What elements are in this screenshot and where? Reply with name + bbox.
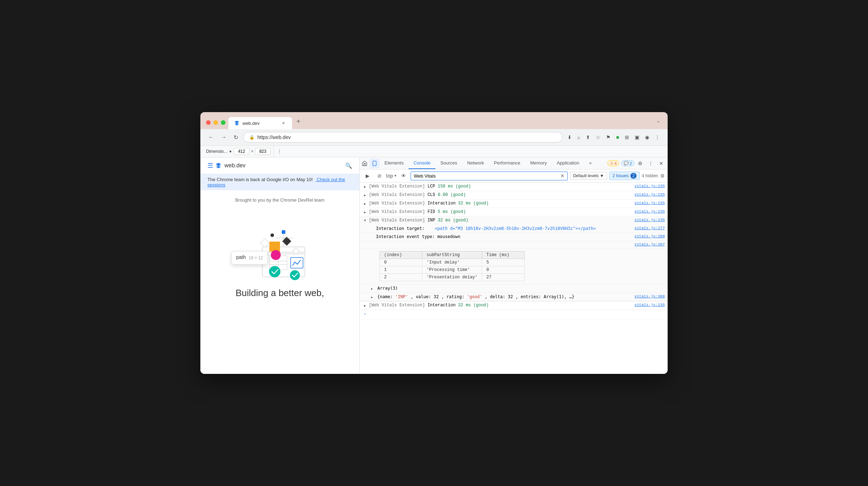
console-settings-button[interactable]: ⚙ [660, 173, 665, 179]
devtools-close-btn[interactable]: ✕ [656, 158, 666, 168]
eye-button[interactable]: 👁 [399, 171, 409, 181]
window-more-button[interactable]: ⌄ [655, 116, 662, 125]
profile-button[interactable]: ◉ [643, 132, 651, 142]
tab-memory[interactable]: Memory [525, 157, 552, 169]
minimize-button[interactable] [213, 120, 218, 125]
file-ref-interaction-1[interactable]: vitals.js:235 [634, 201, 665, 205]
expand-toggle-inp[interactable] [362, 218, 367, 223]
object-value-val: 32 [434, 294, 439, 299]
tab-memory-label: Memory [530, 160, 547, 166]
address-bar[interactable]: 🔒 https://web.dev [243, 132, 563, 143]
object-delta-label: , delta: [485, 294, 508, 299]
tab-title: web.dev [242, 121, 259, 126]
tab-console[interactable]: Console [409, 157, 435, 169]
tab-network-label: Network [467, 160, 484, 166]
file-ref-interaction-2[interactable]: vitals.js:235 [634, 303, 665, 307]
dimension-separator: × [251, 149, 253, 154]
rating-cls: (good) [450, 192, 466, 197]
console-filter-wrapper[interactable]: Web Vitals ✕ [411, 172, 568, 180]
expand-toggle-array[interactable] [370, 286, 375, 291]
new-tab-button[interactable]: + [293, 116, 303, 129]
forward-button[interactable]: → [219, 133, 229, 142]
metric-interaction-1: Interaction [428, 201, 458, 206]
table-cell-1-subpart: 'Processing time' [422, 266, 482, 274]
expand-toggle-interaction-2[interactable] [362, 303, 367, 308]
webpage-illustration [241, 210, 319, 280]
search-icon[interactable]: 🔍 [345, 162, 352, 169]
tab-sources[interactable]: Sources [435, 157, 462, 169]
metric-interaction-2: Interaction [428, 303, 458, 308]
tab-close-button[interactable]: ✕ [280, 120, 286, 126]
expand-toggle-lcp[interactable] [362, 184, 367, 189]
table-row-0: 0 'Input delay' 5 [380, 259, 525, 266]
flag-button[interactable]: ⚑ [604, 132, 613, 142]
value-lcp: 158 ms [438, 184, 455, 189]
devtools-settings-btn[interactable]: ⚙ [635, 158, 645, 168]
expand-toggle-object[interactable] [370, 295, 375, 300]
tabs-area: web.dev ✕ + ⌄ [228, 116, 662, 129]
menu-button[interactable]: ⋮ [653, 132, 662, 142]
tab-network[interactable]: Network [462, 157, 489, 169]
active-tab[interactable]: web.dev ✕ [228, 117, 292, 129]
tab-performance[interactable]: Performance [489, 157, 525, 169]
devtools-more-btn[interactable]: ⋮ [646, 158, 656, 168]
back-button[interactable]: ← [206, 133, 216, 142]
star-button[interactable]: ☆ [594, 132, 603, 142]
sidebar-button[interactable]: ▣ [633, 132, 641, 142]
file-ref-cls[interactable]: vitals.js:235 [634, 192, 665, 197]
context-selector[interactable]: top ▼ [387, 171, 396, 181]
table-cell-2-time: 27 [482, 274, 525, 281]
filter-clear-button[interactable]: ✕ [560, 173, 565, 178]
warning-count: 4 [615, 161, 617, 166]
tab-elements[interactable]: Elements [379, 157, 409, 169]
download-button[interactable]: ⬇ [565, 132, 574, 142]
inp-table-container: (index) subPartString Time (ms) 0 'Input… [360, 248, 668, 284]
console-prompt-space[interactable] [369, 311, 665, 318]
zoom-button[interactable]: ⌕ [575, 132, 582, 142]
close-button[interactable] [206, 120, 211, 125]
device-toggle-btn[interactable] [370, 158, 379, 168]
levels-button[interactable]: Default levels ▼ [570, 172, 607, 180]
tab-more[interactable]: » [584, 157, 596, 169]
stop-button[interactable]: ⊘ [375, 171, 384, 181]
file-ref-lcp[interactable]: vitals.js:235 [634, 184, 665, 188]
interaction-event-value: mousedown [437, 234, 460, 239]
file-ref-event[interactable]: vitals.js:280 [634, 234, 665, 238]
metric-lcp: LCP [428, 184, 438, 189]
file-ref-inp[interactable]: vitals.js:235 [634, 218, 665, 222]
extensions-button[interactable]: ⊞ [623, 132, 631, 142]
share-button[interactable]: ⬆ [584, 132, 592, 142]
metric-cls: CLS [428, 192, 438, 197]
entry-content-inp: [Web Vitals Extension] INP 32 ms (good) [369, 218, 665, 223]
expand-toggle-cls[interactable] [362, 193, 367, 198]
execute-button[interactable]: ▶ [362, 171, 372, 181]
rating-fid: (good) [450, 209, 466, 214]
table-cell-2-index: 2 [380, 274, 422, 281]
width-input[interactable] [234, 148, 250, 155]
tab-application[interactable]: Application [552, 157, 584, 169]
inp-detail-event: Interaction event type: mousedown vitals… [360, 233, 668, 241]
value-inp: 32 ms [438, 218, 453, 223]
file-ref-fid[interactable]: vitals.js:235 [634, 209, 665, 214]
expand-toggle-interaction-1[interactable] [362, 201, 367, 206]
metric-fid: FID [428, 209, 438, 214]
warning-badge[interactable]: ⚠ 4 [607, 160, 619, 166]
file-ref-empty[interactable]: vitals.js:287 [634, 242, 665, 247]
metric-inp: INP [428, 218, 438, 223]
browser-window: web.dev ✕ + ⌄ ← → ↻ 🔒 https://web.dev ⬇ … [200, 112, 668, 374]
issues-button[interactable]: 2 Issues: 2 [609, 172, 640, 180]
file-ref-object[interactable]: vitals.js:308 [634, 294, 665, 299]
expand-toggle-fid[interactable] [362, 210, 367, 215]
content-area: ☰ web.dev 🔍 path 18 × 12 The Chrome team… [200, 157, 668, 374]
height-input[interactable] [255, 148, 271, 155]
info-badge[interactable]: 💬 2 [621, 160, 634, 166]
file-ref-target[interactable]: vitals.js:277 [634, 226, 665, 230]
devtools-bar-more-icon[interactable]: ⋮ [274, 147, 285, 156]
inp-array: Array(3) [360, 284, 668, 293]
levels-arrow-icon: ▼ [600, 173, 604, 178]
green-button[interactable]: ■ [614, 132, 621, 142]
inspect-icon-btn[interactable] [360, 158, 370, 168]
maximize-button[interactable] [221, 120, 225, 125]
reload-button[interactable]: ↻ [232, 133, 240, 142]
logo-text: web.dev [224, 162, 246, 169]
